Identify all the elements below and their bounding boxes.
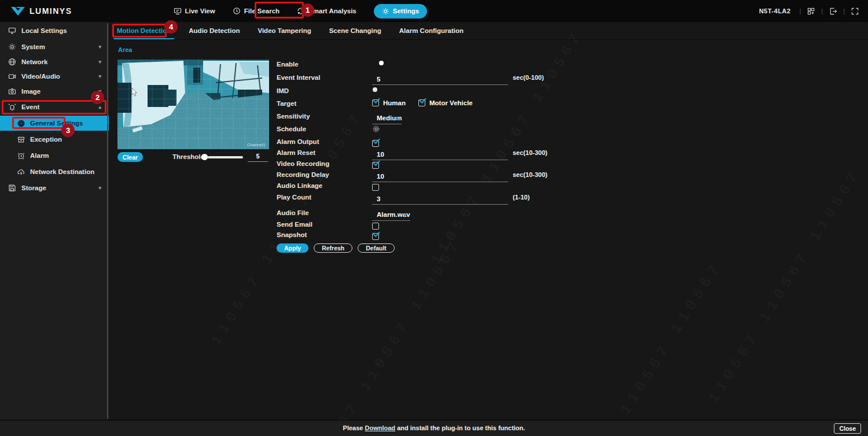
snapshot-checkbox[interactable] — [372, 233, 379, 240]
tab-alarm-configuration[interactable]: Alarm Configuration — [398, 23, 465, 39]
recording-delay-input[interactable] — [372, 173, 508, 182]
threshold-slider[interactable] — [201, 156, 243, 158]
sidebar-item-label: Exception — [30, 136, 62, 143]
form-row-alarm-output: Alarm Output — [277, 138, 601, 147]
camera-icon — [8, 87, 16, 95]
threshold-slider-thumb[interactable] — [201, 154, 208, 160]
tab-video-tampering[interactable]: Video Tampering — [256, 23, 312, 39]
sidebar-item-network[interactable]: Network ▾ — [0, 54, 109, 69]
separator: | — [821, 8, 823, 14]
sidebar-item-label: Event — [21, 104, 39, 110]
audio-file-dropdown[interactable]: Alarm.wav ▾ — [372, 211, 410, 221]
event-interval-input[interactable] — [372, 76, 508, 85]
clear-button[interactable]: Clear — [117, 152, 143, 162]
field-label: Audio Linkage — [277, 182, 322, 189]
field-label: Event Interval — [277, 74, 320, 81]
checkbox-label: Human — [383, 99, 406, 106]
sidebar-item-label: Network — [21, 58, 47, 65]
brand-name: LUMINYS — [30, 6, 72, 16]
send-email-checkbox[interactable] — [372, 223, 379, 230]
video-recording-checkbox[interactable] — [372, 162, 379, 169]
plugin-message-prefix: Please — [343, 424, 365, 431]
tab-scene-changing[interactable]: Scene Changing — [328, 23, 382, 39]
alarm-clock-icon — [17, 152, 25, 160]
field-label: Video Recording — [277, 160, 329, 167]
cloud-upload-icon — [17, 168, 25, 176]
nav-settings[interactable]: Settings — [374, 4, 427, 19]
plugin-message-suffix: and install the plug-in to use this func… — [395, 424, 525, 431]
form-row-play-count: Play Count (1-10) — [277, 193, 601, 202]
sidebar-item-exception[interactable]: Exception — [0, 132, 109, 147]
nav-smart-analysis[interactable]: Smart Analysis — [297, 7, 356, 15]
live-view-icon — [174, 7, 182, 15]
archive-box-icon — [17, 136, 25, 143]
field-hint: sec(10-300) — [513, 149, 547, 156]
general-settings-icon — [17, 120, 25, 127]
gear-icon — [382, 8, 389, 15]
storage-disk-icon — [8, 184, 16, 192]
tab-audio-detection[interactable]: Audio Detection — [187, 23, 241, 39]
nav-live-view[interactable]: Live View — [174, 7, 215, 15]
human-checkbox[interactable] — [372, 99, 379, 106]
form-row-snapshot: Snapshot — [277, 231, 601, 240]
field-label: Enable — [277, 61, 299, 68]
sidebar-item-image[interactable]: Image ▾ — [0, 84, 109, 99]
nav-file-search[interactable]: File Search — [233, 7, 279, 15]
form-row-video-recording: Video Recording — [277, 160, 601, 169]
form-row-audio-file: Audio File Alarm.wav ▾ — [277, 209, 601, 218]
globe-icon — [8, 58, 16, 66]
chevron-down-icon: ▾ — [98, 59, 101, 65]
nav-label: Settings — [393, 8, 419, 14]
alarm-reset-input[interactable] — [372, 151, 508, 160]
field-label: Recording Delay — [277, 171, 329, 178]
form-row-alarm-reset: Alarm Reset sec(10-300) — [277, 149, 601, 158]
sidebar-item-label: Video/Audio — [21, 73, 60, 80]
form-row-sensitivity: Sensitivity Medium ▾ — [277, 112, 601, 121]
sidebar-item-network-destination[interactable]: Network Destination — [0, 164, 109, 179]
camera-preview[interactable]: Channel1 — [117, 60, 269, 149]
sensitivity-dropdown[interactable]: Medium ▾ — [372, 114, 402, 124]
layout-grid-icon[interactable] — [807, 8, 815, 15]
motor-vehicle-checkbox[interactable] — [418, 99, 425, 106]
sidebar-scrollbar[interactable] — [107, 23, 108, 419]
topbar-right: N5T-4LA2 | | | — [759, 0, 859, 22]
sidebar-item-event[interactable]: Event ▴ — [0, 99, 109, 114]
sidebar-item-system[interactable]: System ▾ — [0, 39, 109, 54]
chevron-up-icon: ▴ — [98, 104, 101, 110]
sidebar-item-alarm[interactable]: Alarm — [0, 148, 109, 163]
fullscreen-icon[interactable] — [851, 8, 859, 15]
form-row-target: Target Human Motor Vehicle — [277, 99, 601, 109]
sidebar-item-video-audio[interactable]: Video/Audio ▾ — [0, 69, 109, 84]
field-hint: sec(10-300) — [513, 171, 547, 178]
nav-label: Smart Analysis — [308, 8, 356, 14]
alarm-output-checkbox[interactable] — [372, 140, 379, 147]
sidebar-item-label: Local Settings — [21, 27, 67, 34]
camera-preview-image: Channel1 — [117, 60, 269, 149]
close-button[interactable]: Close — [834, 423, 861, 434]
chevron-down-icon: ▾ — [404, 212, 407, 217]
chevron-down-icon: ▾ — [98, 44, 101, 50]
channel-label: Channel1 — [247, 142, 266, 147]
download-link[interactable]: Download — [365, 424, 396, 431]
logout-icon[interactable] — [829, 8, 837, 15]
sidebar-item-storage[interactable]: Storage ▾ — [0, 180, 109, 195]
sidebar-item-local-settings[interactable]: Local Settings — [0, 23, 109, 38]
form-row-schedule: Schedule — [277, 125, 601, 134]
audio-linkage-checkbox[interactable] — [372, 184, 379, 191]
refresh-button[interactable]: Refresh — [314, 243, 352, 253]
separator: | — [843, 8, 845, 14]
schedule-gear-button[interactable] — [372, 125, 380, 135]
play-count-input[interactable] — [372, 195, 508, 205]
luminys-logo-icon — [10, 6, 25, 16]
area-section-label: Area — [118, 46, 132, 53]
apply-button[interactable]: Apply — [277, 243, 308, 253]
top-bar: LUMINYS Live View File Search Smart Anal… — [0, 0, 868, 22]
field-label: Sensitivity — [277, 113, 310, 120]
default-button[interactable]: Default — [358, 243, 395, 253]
file-search-icon — [233, 7, 241, 15]
tab-motion-detection[interactable]: Motion Detection — [116, 23, 172, 39]
sidebar-item-general-settings[interactable]: General Settings — [0, 116, 109, 131]
nav-label: File Search — [244, 8, 279, 14]
sidebar: Local Settings System ▾ Network ▾ Video/… — [0, 22, 109, 420]
plugin-message: Please Download and install the plug-in … — [0, 424, 868, 431]
